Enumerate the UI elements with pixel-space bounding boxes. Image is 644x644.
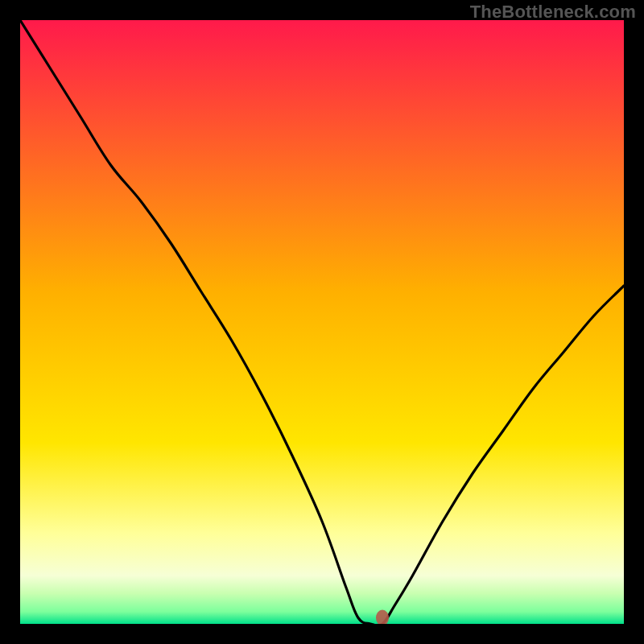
chart-background xyxy=(20,20,624,624)
chart-svg xyxy=(20,20,624,624)
watermark-text: TheBottleneck.com xyxy=(470,2,636,23)
plot-area xyxy=(20,20,624,624)
chart-frame: TheBottleneck.com xyxy=(0,0,644,644)
